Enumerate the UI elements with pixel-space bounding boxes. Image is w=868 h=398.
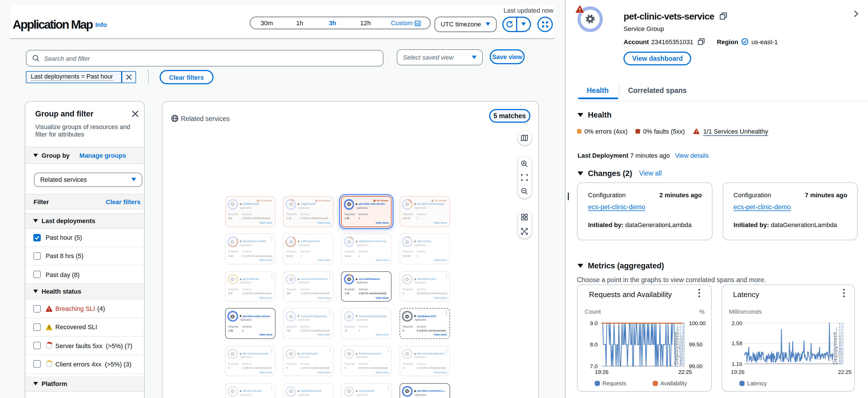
svg-text:Deployment...: Deployment... xyxy=(837,331,843,365)
